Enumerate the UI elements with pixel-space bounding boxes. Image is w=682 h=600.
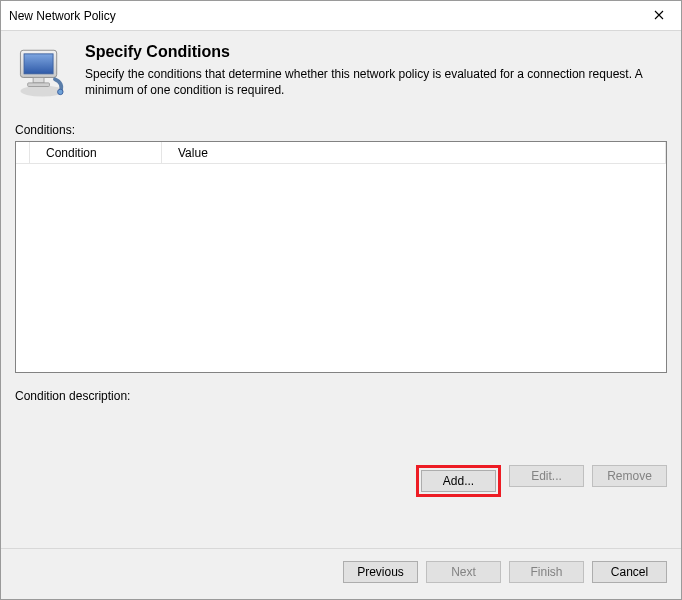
wizard-nav-bar: Previous Next Finish Cancel	[1, 548, 681, 599]
list-buttons-row: Add... Edit... Remove	[1, 457, 681, 515]
column-value[interactable]: Value	[162, 142, 666, 164]
monitor-network-icon	[15, 43, 73, 101]
next-button: Next	[426, 561, 501, 583]
grip-column	[16, 142, 30, 164]
cancel-button[interactable]: Cancel	[592, 561, 667, 583]
remove-button: Remove	[592, 465, 667, 487]
list-header: Condition Value	[16, 142, 666, 164]
conditions-label: Conditions:	[1, 121, 681, 141]
conditions-list[interactable]: Condition Value	[15, 141, 667, 373]
finish-button: Finish	[509, 561, 584, 583]
svg-rect-3	[33, 77, 44, 82]
add-button-highlight: Add...	[416, 465, 501, 497]
wizard-heading: Specify Conditions	[85, 43, 667, 61]
svg-point-5	[58, 89, 63, 94]
wizard-header: Specify Conditions Specify the condition…	[1, 31, 681, 121]
column-condition[interactable]: Condition	[30, 142, 162, 164]
wizard-subheading: Specify the conditions that determine wh…	[85, 66, 667, 98]
dialog-window: New Network Policy	[0, 0, 682, 600]
close-icon	[654, 8, 664, 23]
window-title: New Network Policy	[9, 9, 636, 23]
svg-rect-4	[28, 83, 50, 87]
titlebar: New Network Policy	[1, 1, 681, 31]
add-button[interactable]: Add...	[421, 470, 496, 492]
previous-button[interactable]: Previous	[343, 561, 418, 583]
edit-button: Edit...	[509, 465, 584, 487]
condition-description	[1, 407, 681, 431]
content-area: Specify Conditions Specify the condition…	[1, 31, 681, 548]
condition-description-label: Condition description:	[1, 373, 681, 407]
list-body[interactable]	[16, 164, 666, 372]
close-button[interactable]	[636, 1, 681, 30]
svg-rect-2	[24, 54, 53, 74]
